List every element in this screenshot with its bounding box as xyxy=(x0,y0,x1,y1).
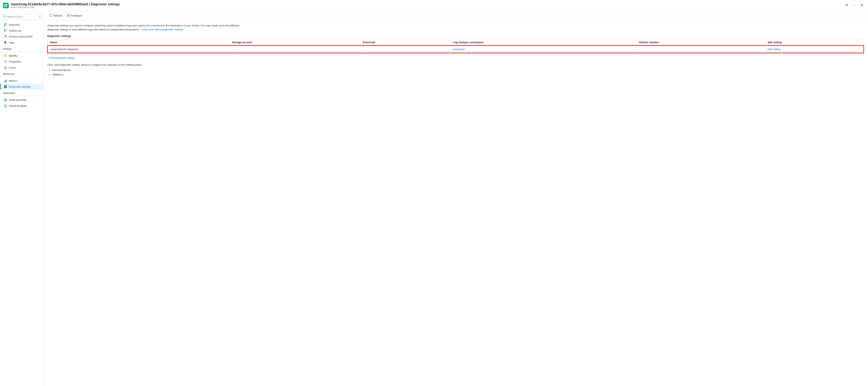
diagnostic-table: Name Storage account Event hub Log Analy… xyxy=(48,39,864,53)
tags-icon xyxy=(4,41,7,44)
sidebar-item-activitylog[interactable]: Activity log xyxy=(0,28,43,34)
automation-section-label: Automation xyxy=(0,90,43,95)
feedback-button[interactable]: Feedback xyxy=(65,13,84,18)
sidebar-item-iam-label: Access control (IAM) xyxy=(9,35,33,38)
sidebar-item-diagnosticsettings[interactable]: Diagnostic settings xyxy=(0,84,43,90)
description-text: Diagnostic settings are used to configur… xyxy=(48,24,245,31)
locks-icon xyxy=(4,66,7,69)
tasks-icon xyxy=(4,98,7,101)
svg-rect-13 xyxy=(4,30,6,31)
svg-rect-35 xyxy=(4,99,5,100)
diagnostic-icon xyxy=(4,85,7,88)
sidebar-item-tags[interactable]: Tags xyxy=(0,39,43,45)
svg-rect-9 xyxy=(6,24,7,25)
main-layout: « Overview Activity log Access control (… xyxy=(0,11,868,386)
collapse-sidebar-button[interactable]: « xyxy=(38,15,41,19)
svg-point-17 xyxy=(5,42,5,42)
bullet-list: DeliveryFailures AllMetrics xyxy=(48,68,864,77)
svg-line-7 xyxy=(5,17,6,18)
row-eventhub: - xyxy=(361,45,451,53)
toolbar: Refresh Feedback xyxy=(43,11,868,21)
refresh-icon xyxy=(49,14,52,18)
table-header-row: Name Storage account Event hub Log Analy… xyxy=(48,39,864,45)
collect-description: Click 'Add Diagnostic setting' above to … xyxy=(48,63,864,66)
sidebar-item-activitylog-label: Activity log xyxy=(9,29,21,32)
sidebar-item-metrics-label: Metrics xyxy=(9,79,17,82)
svg-rect-14 xyxy=(4,31,6,32)
svg-point-22 xyxy=(5,61,6,62)
diagnostic-settings-section-title: Diagnostic settings xyxy=(48,34,864,37)
properties-icon xyxy=(4,60,7,63)
svg-rect-3 xyxy=(6,6,7,7)
svg-rect-31 xyxy=(6,80,7,82)
page-title: topic01stg-811a624a-8a77-437e-89de-dfeb5… xyxy=(11,3,842,6)
app-icon xyxy=(3,3,9,8)
svg-rect-38 xyxy=(5,100,7,101)
settings-divider xyxy=(0,52,43,52)
sidebar-item-identity[interactable]: Identity xyxy=(0,53,43,59)
list-item-deliveryfailures: DeliveryFailures xyxy=(52,68,864,72)
svg-rect-8 xyxy=(4,24,5,25)
svg-point-15 xyxy=(5,35,6,36)
sidebar-item-locks[interactable]: Locks xyxy=(0,64,43,70)
svg-rect-11 xyxy=(6,25,7,26)
header-actions: ··· xyxy=(844,3,865,8)
sidebar-item-overview-label: Overview xyxy=(9,23,20,26)
activitylog-icon xyxy=(4,29,7,32)
top-header: topic01stg-811a624a-8a77-437e-89de-dfeb5… xyxy=(0,0,868,11)
sidebar-item-properties-label: Properties xyxy=(9,60,21,63)
sidebar-item-tags-label: Tags xyxy=(9,41,14,44)
svg-point-45 xyxy=(68,16,69,16)
row-edit: Edit setting xyxy=(765,45,864,53)
svg-rect-37 xyxy=(4,100,5,101)
feedback-icon xyxy=(67,14,70,18)
sidebar-item-exporttemplate-label: Export template xyxy=(9,104,27,107)
svg-point-28 xyxy=(5,68,5,68)
content-area: Refresh Feedback Diagnostic settings are… xyxy=(43,11,868,386)
search-input[interactable] xyxy=(7,15,37,18)
export-icon xyxy=(4,104,7,107)
sidebar-item-locks-label: Locks xyxy=(9,66,16,69)
sidebar-item-iam[interactable]: Access control (IAM) xyxy=(0,34,43,39)
sidebar-item-tasks[interactable]: Tasks (preview) xyxy=(0,97,43,103)
svg-rect-30 xyxy=(5,80,6,82)
sidebar-item-properties[interactable]: Properties xyxy=(0,59,43,64)
more-button[interactable]: ··· xyxy=(851,3,858,8)
row-name: systemtopic01-diagnosti... xyxy=(48,45,229,53)
col-edit: Edit setting xyxy=(765,39,864,45)
resource-type-label: Event Grid System Topic xyxy=(11,6,842,8)
settings-section-label: Settings xyxy=(0,45,43,51)
search-box[interactable]: « xyxy=(2,14,42,20)
sidebar-item-overview[interactable]: Overview xyxy=(0,22,43,28)
col-eventhub: Event hub xyxy=(361,39,451,45)
svg-rect-36 xyxy=(5,99,7,100)
metrics-icon xyxy=(4,79,7,82)
refresh-button[interactable]: Refresh xyxy=(48,13,64,18)
sidebar-item-diagnosticsettings-label: Diagnostic settings xyxy=(9,85,30,88)
svg-rect-1 xyxy=(6,4,7,5)
monitoring-section-label: Monitoring xyxy=(0,70,43,76)
svg-rect-18 xyxy=(4,55,7,57)
edit-setting-link[interactable]: Edit setting xyxy=(768,48,780,51)
col-partner: Partner solution xyxy=(637,39,765,45)
header-title-block: topic01stg-811a624a-8a77-437e-89de-dfeb5… xyxy=(11,3,842,8)
content-body: Diagnostic settings are used to configur… xyxy=(43,21,868,80)
sidebar-item-metrics[interactable]: Metrics xyxy=(0,78,43,84)
add-diagnostic-setting-link[interactable]: + Add diagnostic setting xyxy=(48,56,74,60)
svg-rect-19 xyxy=(4,55,5,56)
table-row: systemtopic01-diagnosti... - - workspace… xyxy=(48,45,864,53)
col-storage: Storage account xyxy=(229,39,360,45)
row-loganalytics: workspace xyxy=(451,45,637,53)
row-storage: - xyxy=(229,45,360,53)
sidebar-item-identity-label: Identity xyxy=(9,54,17,57)
svg-rect-29 xyxy=(4,81,5,82)
overview-icon xyxy=(4,23,7,26)
svg-rect-0 xyxy=(4,4,6,5)
workspace-link[interactable]: workspace xyxy=(453,48,465,51)
learn-more-link[interactable]: Learn more about diagnostic settings xyxy=(141,28,183,31)
refresh-label: Refresh xyxy=(53,14,62,17)
sidebar-item-exporttemplate[interactable]: Export template xyxy=(0,103,43,109)
close-button[interactable] xyxy=(859,3,865,8)
row-partner: - xyxy=(637,45,765,53)
pin-button[interactable] xyxy=(844,3,850,8)
